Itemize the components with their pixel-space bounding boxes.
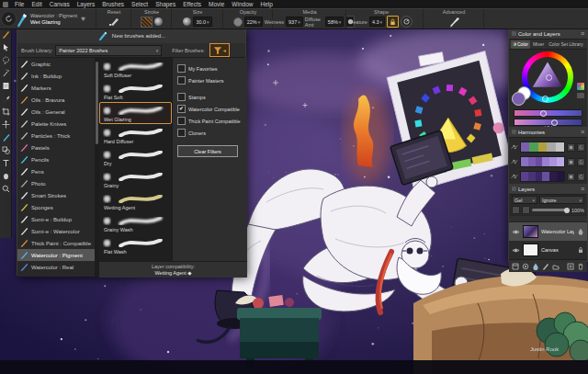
menu-item-select[interactable]: Select — [128, 0, 152, 8]
tab-color-set-library[interactable]: Color Set Library — [547, 40, 585, 49]
hamburger-icon[interactable]: ≡ — [581, 29, 584, 38]
checkbox-icon[interactable] — [177, 117, 186, 125]
stroke-texture-icon[interactable] — [141, 17, 153, 28]
composite-depth-dropdown[interactable]: Ignore▾ — [539, 196, 584, 204]
color-slider-1[interactable] — [514, 109, 582, 117]
brush-category-oils-general[interactable]: Oils : General — [17, 106, 95, 118]
harmony-swatch[interactable] — [536, 157, 543, 166]
brush-variant-grainy-wash[interactable]: Grainy Wash — [99, 212, 172, 234]
preserve-transparency-icon[interactable] — [522, 206, 530, 214]
brush-category-oils-bravura[interactable]: Oils : Bravura — [17, 94, 95, 106]
blend-mode-dropdown[interactable]: Gel▾ — [512, 196, 537, 204]
hue-selector-ring[interactable] — [542, 96, 548, 102]
harmony-swatch[interactable] — [547, 142, 555, 152]
harmony-swatch[interactable] — [542, 157, 549, 166]
harmony-apply-icon[interactable] — [567, 173, 575, 181]
harmony-refresh-icon[interactable] — [577, 158, 585, 166]
brush-selector[interactable]: Watercolor : Pigment Wet Glazing ♥ — [16, 9, 96, 28]
text-tool-icon[interactable] — [2, 159, 10, 167]
hand-tool-icon[interactable] — [2, 172, 10, 180]
harmony-link-icon[interactable] — [511, 158, 518, 165]
brush-category-particles-thick[interactable]: Particles : Thick — [17, 130, 95, 142]
harmony-swatch[interactable] — [529, 142, 537, 152]
brush-category-photo[interactable]: Photo — [17, 177, 95, 189]
paper-tool-icon[interactable] — [2, 82, 10, 90]
brush-variant-flat-wash[interactable]: Flat Wash — [99, 234, 172, 256]
menu-item-canvas[interactable]: Canvas — [46, 0, 74, 8]
new-liquid-ink-layer-icon[interactable] — [542, 263, 549, 270]
magic-wand-tool-icon[interactable] — [2, 69, 10, 77]
tab-color[interactable]: Color — [511, 40, 530, 49]
brush-category-sumi-e-buildup[interactable]: Sumi-e : Buildup — [17, 213, 95, 225]
opacity-input[interactable]: 22%▾ — [244, 17, 264, 27]
arrow-tool-icon[interactable] — [2, 43, 10, 51]
brush-library-dropdown[interactable]: Painter 2022 Brushes▾ — [55, 45, 162, 56]
harmony-swatch[interactable] — [528, 172, 536, 181]
menu-item-brushes[interactable]: Brushes — [98, 0, 128, 8]
brush-variant-flat-soft[interactable]: Flat Soft — [99, 80, 172, 102]
wetness-input[interactable]: 937▾ — [286, 17, 303, 27]
dynamic-plugins-icon[interactable] — [522, 263, 529, 270]
lasso-tool-icon[interactable] — [2, 56, 10, 64]
crop-tool-icon[interactable] — [2, 108, 10, 116]
harmony-refresh-icon[interactable] — [577, 143, 585, 152]
color-history-icon[interactable] — [577, 83, 584, 90]
harmony-swatch[interactable] — [521, 157, 528, 166]
filter-cloners[interactable]: Cloners — [177, 127, 247, 139]
eye-icon[interactable] — [512, 247, 520, 254]
filter-thick-paint-compatible[interactable]: Thick Paint Compatible — [177, 115, 247, 127]
filter-stamps[interactable]: Stamps — [177, 91, 247, 103]
harmony-swatch[interactable] — [557, 172, 564, 181]
brush-variant-wet-glazing[interactable]: Wet Glazing — [99, 102, 172, 124]
shape-tool-icon[interactable] — [2, 146, 10, 154]
filter-my-favorites[interactable]: My Favorites — [177, 62, 247, 74]
checkbox-icon[interactable] — [177, 64, 186, 73]
pickup-color-icon[interactable] — [512, 206, 520, 214]
reset-brush-icon[interactable] — [108, 17, 119, 27]
harmony-swatch[interactable] — [549, 157, 557, 166]
brush-category-watercolor-real[interactable]: Watercolor : Real — [17, 261, 95, 273]
brush-ghost-button[interactable] — [1, 11, 17, 27]
menu-item-layers[interactable]: Layers — [74, 0, 99, 8]
layer-opacity-slider[interactable] — [532, 209, 570, 211]
favorite-heart-icon[interactable]: ♥ — [81, 15, 85, 24]
harmony-swatch[interactable] — [542, 172, 549, 181]
advanced-brush-icon[interactable] — [448, 17, 460, 28]
harmony-link-icon[interactable] — [511, 143, 518, 151]
brush-category-graphic[interactable]: Graphic — [17, 58, 95, 70]
hamburger-icon[interactable]: ≡ — [581, 185, 584, 193]
harmony-swatch[interactable] — [549, 172, 557, 181]
brush-variant-wetting-agent[interactable]: Wetting Agent — [99, 190, 172, 212]
checkbox-icon[interactable] — [177, 129, 186, 137]
eye-icon[interactable] — [512, 229, 520, 235]
brush-category-palette-knives[interactable]: Palette Knives — [17, 118, 95, 130]
brush-variant-hard-diffuser[interactable]: Hard Diffuser — [99, 124, 172, 146]
brush-category-smart-strokes[interactable]: Smart Strokes — [17, 189, 95, 201]
brush-category-sponges[interactable]: Sponges — [17, 201, 95, 213]
lock-icon[interactable] — [387, 16, 399, 28]
group-layers-icon[interactable] — [552, 263, 560, 270]
harmony-apply-icon[interactable] — [567, 158, 575, 166]
clear-filters-button[interactable]: Clear Filters — [177, 145, 238, 157]
menu-item-window[interactable]: Window — [228, 0, 256, 8]
harmony-swatch[interactable] — [528, 157, 536, 166]
brush-variant-grainy[interactable]: Grainy — [99, 168, 172, 190]
pencil-tool-icon[interactable] — [2, 30, 10, 39]
harmony-apply-icon[interactable] — [567, 143, 575, 152]
harmony-swatch[interactable] — [538, 142, 547, 152]
dropper-tool-icon[interactable] — [2, 95, 10, 103]
diffuse-amt-input[interactable]: 58%▾ — [325, 17, 345, 27]
brush-category-watercolor-pigment[interactable]: Watercolor : Pigment — [17, 249, 95, 261]
harmony-swatch[interactable] — [556, 142, 564, 152]
color-options-icon[interactable] — [577, 93, 584, 98]
brush-category-markers[interactable]: Markers — [17, 82, 95, 94]
move-tool-icon[interactable] — [2, 120, 10, 129]
tab-mixer[interactable]: Mixer — [531, 40, 546, 49]
brush-category-pens[interactable]: Pens — [17, 165, 95, 177]
dab-icon[interactable] — [154, 17, 163, 26]
menu-item-help[interactable]: Help — [256, 0, 276, 8]
layer-commands-icon[interactable] — [512, 263, 519, 270]
color-selector-dot[interactable] — [546, 74, 552, 81]
harmony-link-icon[interactable] — [511, 173, 518, 180]
main-color-swatch[interactable] — [512, 92, 526, 106]
